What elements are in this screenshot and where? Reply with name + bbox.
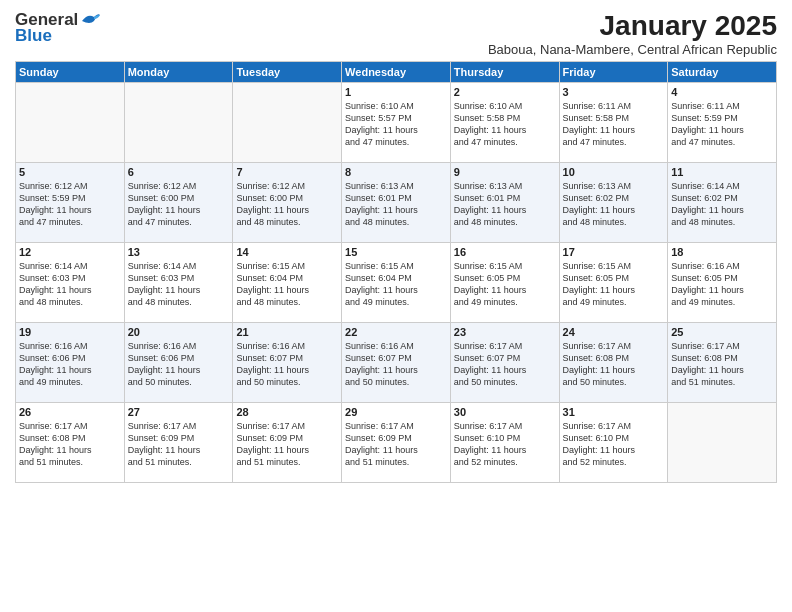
day-number: 24 <box>563 326 665 338</box>
day-info: Sunrise: 6:15 AMSunset: 6:04 PMDaylight:… <box>236 260 338 309</box>
table-row: 29Sunrise: 6:17 AMSunset: 6:09 PMDayligh… <box>342 403 451 483</box>
day-number: 23 <box>454 326 556 338</box>
day-info: Sunrise: 6:11 AMSunset: 5:58 PMDaylight:… <box>563 100 665 149</box>
day-number: 20 <box>128 326 230 338</box>
day-info: Sunrise: 6:12 AMSunset: 5:59 PMDaylight:… <box>19 180 121 229</box>
day-number: 8 <box>345 166 447 178</box>
month-year-title: January 2025 <box>488 10 777 42</box>
col-tuesday: Tuesday <box>233 62 342 83</box>
day-info: Sunrise: 6:16 AMSunset: 6:05 PMDaylight:… <box>671 260 773 309</box>
day-number: 18 <box>671 246 773 258</box>
day-info: Sunrise: 6:16 AMSunset: 6:06 PMDaylight:… <box>128 340 230 389</box>
day-info: Sunrise: 6:16 AMSunset: 6:06 PMDaylight:… <box>19 340 121 389</box>
day-number: 4 <box>671 86 773 98</box>
day-number: 3 <box>563 86 665 98</box>
title-section: January 2025 Baboua, Nana-Mambere, Centr… <box>488 10 777 57</box>
calendar-week-row: 26Sunrise: 6:17 AMSunset: 6:08 PMDayligh… <box>16 403 777 483</box>
day-info: Sunrise: 6:14 AMSunset: 6:03 PMDaylight:… <box>19 260 121 309</box>
table-row: 11Sunrise: 6:14 AMSunset: 6:02 PMDayligh… <box>668 163 777 243</box>
day-number: 2 <box>454 86 556 98</box>
day-info: Sunrise: 6:16 AMSunset: 6:07 PMDaylight:… <box>236 340 338 389</box>
col-sunday: Sunday <box>16 62 125 83</box>
col-friday: Friday <box>559 62 668 83</box>
header: General Blue January 2025 Baboua, Nana-M… <box>15 10 777 57</box>
table-row: 25Sunrise: 6:17 AMSunset: 6:08 PMDayligh… <box>668 323 777 403</box>
table-row: 2Sunrise: 6:10 AMSunset: 5:58 PMDaylight… <box>450 83 559 163</box>
table-row: 16Sunrise: 6:15 AMSunset: 6:05 PMDayligh… <box>450 243 559 323</box>
calendar-week-row: 19Sunrise: 6:16 AMSunset: 6:06 PMDayligh… <box>16 323 777 403</box>
col-wednesday: Wednesday <box>342 62 451 83</box>
day-info: Sunrise: 6:17 AMSunset: 6:09 PMDaylight:… <box>128 420 230 469</box>
day-info: Sunrise: 6:15 AMSunset: 6:04 PMDaylight:… <box>345 260 447 309</box>
logo-blue-text: Blue <box>15 26 52 46</box>
table-row: 9Sunrise: 6:13 AMSunset: 6:01 PMDaylight… <box>450 163 559 243</box>
table-row: 4Sunrise: 6:11 AMSunset: 5:59 PMDaylight… <box>668 83 777 163</box>
day-number: 9 <box>454 166 556 178</box>
table-row: 15Sunrise: 6:15 AMSunset: 6:04 PMDayligh… <box>342 243 451 323</box>
day-number: 22 <box>345 326 447 338</box>
table-row: 10Sunrise: 6:13 AMSunset: 6:02 PMDayligh… <box>559 163 668 243</box>
day-number: 5 <box>19 166 121 178</box>
day-info: Sunrise: 6:17 AMSunset: 6:08 PMDaylight:… <box>563 340 665 389</box>
day-info: Sunrise: 6:13 AMSunset: 6:02 PMDaylight:… <box>563 180 665 229</box>
day-info: Sunrise: 6:13 AMSunset: 6:01 PMDaylight:… <box>345 180 447 229</box>
day-info: Sunrise: 6:17 AMSunset: 6:09 PMDaylight:… <box>345 420 447 469</box>
day-number: 14 <box>236 246 338 258</box>
day-info: Sunrise: 6:13 AMSunset: 6:01 PMDaylight:… <box>454 180 556 229</box>
table-row: 24Sunrise: 6:17 AMSunset: 6:08 PMDayligh… <box>559 323 668 403</box>
col-monday: Monday <box>124 62 233 83</box>
day-number: 31 <box>563 406 665 418</box>
table-row: 31Sunrise: 6:17 AMSunset: 6:10 PMDayligh… <box>559 403 668 483</box>
calendar-week-row: 1Sunrise: 6:10 AMSunset: 5:57 PMDaylight… <box>16 83 777 163</box>
table-row: 18Sunrise: 6:16 AMSunset: 6:05 PMDayligh… <box>668 243 777 323</box>
day-number: 16 <box>454 246 556 258</box>
day-info: Sunrise: 6:15 AMSunset: 6:05 PMDaylight:… <box>454 260 556 309</box>
day-info: Sunrise: 6:17 AMSunset: 6:07 PMDaylight:… <box>454 340 556 389</box>
table-row <box>668 403 777 483</box>
day-info: Sunrise: 6:17 AMSunset: 6:10 PMDaylight:… <box>454 420 556 469</box>
day-number: 6 <box>128 166 230 178</box>
table-row <box>233 83 342 163</box>
day-number: 13 <box>128 246 230 258</box>
table-row: 21Sunrise: 6:16 AMSunset: 6:07 PMDayligh… <box>233 323 342 403</box>
day-info: Sunrise: 6:10 AMSunset: 5:57 PMDaylight:… <box>345 100 447 149</box>
day-number: 28 <box>236 406 338 418</box>
day-info: Sunrise: 6:17 AMSunset: 6:08 PMDaylight:… <box>19 420 121 469</box>
table-row: 7Sunrise: 6:12 AMSunset: 6:00 PMDaylight… <box>233 163 342 243</box>
table-row: 14Sunrise: 6:15 AMSunset: 6:04 PMDayligh… <box>233 243 342 323</box>
table-row: 5Sunrise: 6:12 AMSunset: 5:59 PMDaylight… <box>16 163 125 243</box>
calendar-week-row: 5Sunrise: 6:12 AMSunset: 5:59 PMDaylight… <box>16 163 777 243</box>
table-row: 20Sunrise: 6:16 AMSunset: 6:06 PMDayligh… <box>124 323 233 403</box>
day-number: 30 <box>454 406 556 418</box>
table-row: 27Sunrise: 6:17 AMSunset: 6:09 PMDayligh… <box>124 403 233 483</box>
weekday-header-row: Sunday Monday Tuesday Wednesday Thursday… <box>16 62 777 83</box>
day-number: 25 <box>671 326 773 338</box>
day-number: 17 <box>563 246 665 258</box>
day-info: Sunrise: 6:17 AMSunset: 6:08 PMDaylight:… <box>671 340 773 389</box>
day-info: Sunrise: 6:17 AMSunset: 6:10 PMDaylight:… <box>563 420 665 469</box>
table-row: 13Sunrise: 6:14 AMSunset: 6:03 PMDayligh… <box>124 243 233 323</box>
col-saturday: Saturday <box>668 62 777 83</box>
day-info: Sunrise: 6:15 AMSunset: 6:05 PMDaylight:… <box>563 260 665 309</box>
table-row: 26Sunrise: 6:17 AMSunset: 6:08 PMDayligh… <box>16 403 125 483</box>
table-row: 19Sunrise: 6:16 AMSunset: 6:06 PMDayligh… <box>16 323 125 403</box>
day-number: 27 <box>128 406 230 418</box>
day-number: 7 <box>236 166 338 178</box>
day-number: 11 <box>671 166 773 178</box>
table-row <box>124 83 233 163</box>
table-row: 3Sunrise: 6:11 AMSunset: 5:58 PMDaylight… <box>559 83 668 163</box>
table-row: 6Sunrise: 6:12 AMSunset: 6:00 PMDaylight… <box>124 163 233 243</box>
day-info: Sunrise: 6:11 AMSunset: 5:59 PMDaylight:… <box>671 100 773 149</box>
table-row: 23Sunrise: 6:17 AMSunset: 6:07 PMDayligh… <box>450 323 559 403</box>
day-number: 19 <box>19 326 121 338</box>
day-info: Sunrise: 6:16 AMSunset: 6:07 PMDaylight:… <box>345 340 447 389</box>
calendar-week-row: 12Sunrise: 6:14 AMSunset: 6:03 PMDayligh… <box>16 243 777 323</box>
col-thursday: Thursday <box>450 62 559 83</box>
day-info: Sunrise: 6:14 AMSunset: 6:03 PMDaylight:… <box>128 260 230 309</box>
calendar-table: Sunday Monday Tuesday Wednesday Thursday… <box>15 61 777 483</box>
day-number: 29 <box>345 406 447 418</box>
day-info: Sunrise: 6:17 AMSunset: 6:09 PMDaylight:… <box>236 420 338 469</box>
day-number: 15 <box>345 246 447 258</box>
day-number: 21 <box>236 326 338 338</box>
table-row: 12Sunrise: 6:14 AMSunset: 6:03 PMDayligh… <box>16 243 125 323</box>
